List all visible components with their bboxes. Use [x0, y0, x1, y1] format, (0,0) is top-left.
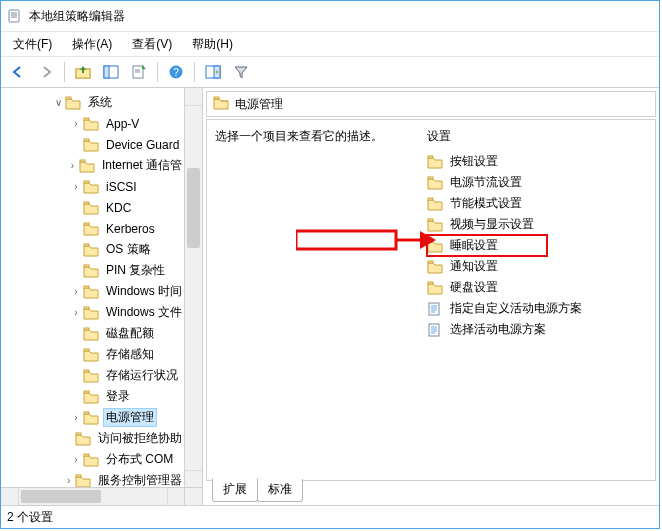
menu-file[interactable]: 文件(F): [5, 34, 60, 55]
tree-item-root[interactable]: ∨系统: [1, 92, 185, 113]
folder-icon: [83, 117, 99, 131]
folder-icon: [83, 390, 99, 404]
svg-rect-41: [428, 261, 433, 263]
tree-item-label: Windows 文件: [103, 303, 185, 322]
tree-item-label: 服务控制管理器: [95, 471, 185, 488]
tree-item-label: 系统: [85, 93, 115, 112]
svg-rect-27: [84, 349, 89, 351]
chevron-right-icon[interactable]: ›: [69, 181, 83, 192]
tree-item[interactable]: ›Windows 文件: [1, 302, 185, 323]
settings-folder-item[interactable]: 睡眠设置: [427, 235, 547, 256]
tree-vertical-scrollbar[interactable]: [184, 88, 202, 488]
tree-item[interactable]: KDC: [1, 197, 185, 218]
tab-standard[interactable]: 标准: [257, 479, 303, 502]
up-button[interactable]: [70, 59, 96, 85]
svg-rect-43: [429, 303, 439, 315]
tree-item-label: 访问被拒绝协助: [95, 429, 185, 448]
policy-icon: [427, 301, 443, 317]
settings-folder-item[interactable]: 电源节流设置: [427, 172, 655, 193]
tree-item[interactable]: OS 策略: [1, 239, 185, 260]
settings-folder-item[interactable]: 通知设置: [427, 256, 655, 277]
toolbar: ?: [1, 57, 659, 88]
tree-item-label: OS 策略: [103, 240, 154, 259]
detail-pane: 电源管理 选择一个项目来查看它的描述。 设置 按钮设置电源节流设置节能模式设置视…: [203, 88, 659, 505]
tree-item[interactable]: ›iSCSI: [1, 176, 185, 197]
tree-item[interactable]: 登录: [1, 386, 185, 407]
options-button[interactable]: [200, 59, 226, 85]
folder-icon: [427, 280, 443, 296]
folder-icon: [427, 259, 443, 275]
properties-button[interactable]: [126, 59, 152, 85]
settings-folder-item[interactable]: 按钮设置: [427, 151, 655, 172]
tree-item-label: 存储运行状况: [103, 366, 181, 385]
folder-icon: [83, 222, 99, 236]
forward-button[interactable]: [33, 59, 59, 85]
folder-icon: [427, 154, 443, 170]
settings-item-label: 选择活动电源方案: [447, 320, 549, 339]
tree-item[interactable]: 存储感知: [1, 344, 185, 365]
tree-item-label: 登录: [103, 387, 133, 406]
svg-rect-40: [428, 240, 433, 242]
detail-header-label: 电源管理: [235, 96, 283, 113]
titlebar: 本地组策略编辑器: [1, 1, 659, 32]
help-button[interactable]: ?: [163, 59, 189, 85]
chevron-right-icon[interactable]: ›: [66, 160, 79, 171]
tree-item[interactable]: 访问被拒绝协助: [1, 428, 185, 449]
tree-item[interactable]: ›Internet 通信管: [1, 155, 185, 176]
settings-folder-item[interactable]: 节能模式设置: [427, 193, 655, 214]
tree-item[interactable]: ›Windows 时间: [1, 281, 185, 302]
tree-item-label: Device Guard: [103, 137, 182, 153]
svg-rect-48: [429, 324, 439, 336]
tree-item[interactable]: ›服务控制管理器: [1, 470, 185, 488]
tree-scroll-area: ∨系统›App-VDevice Guard›Internet 通信管›iSCSI…: [1, 88, 185, 488]
back-button[interactable]: [5, 59, 31, 85]
menu-help[interactable]: 帮助(H): [184, 34, 241, 55]
chevron-right-icon[interactable]: ›: [69, 286, 83, 297]
tree-item[interactable]: PIN 复杂性: [1, 260, 185, 281]
tree-item[interactable]: ›分布式 COM: [1, 449, 185, 470]
chevron-right-icon[interactable]: ›: [69, 118, 83, 129]
tree-item[interactable]: ›电源管理: [1, 407, 185, 428]
tree-item[interactable]: ›App-V: [1, 113, 185, 134]
folder-icon: [83, 138, 99, 152]
chevron-right-icon[interactable]: ›: [69, 307, 83, 318]
settings-folder-item[interactable]: 硬盘设置: [427, 277, 655, 298]
folder-icon: [83, 369, 99, 383]
settings-item-label: 节能模式设置: [447, 194, 525, 213]
chevron-down-icon[interactable]: ∨: [51, 97, 65, 108]
settings-item-label: 指定自定义活动电源方案: [447, 299, 585, 318]
chevron-right-icon[interactable]: ›: [62, 475, 75, 486]
tab-extended[interactable]: 扩展: [212, 478, 258, 502]
policy-icon: [427, 322, 443, 338]
svg-rect-17: [84, 139, 89, 141]
menu-view[interactable]: 查看(V): [124, 34, 180, 55]
tree-item[interactable]: Kerberos: [1, 218, 185, 239]
tree-item[interactable]: Device Guard: [1, 134, 185, 155]
chevron-right-icon[interactable]: ›: [69, 454, 83, 465]
tree-item-label: Windows 时间: [103, 282, 185, 301]
column-header-settings[interactable]: 设置: [413, 124, 655, 151]
settings-folder-item[interactable]: 视频与显示设置: [427, 214, 655, 235]
chevron-right-icon[interactable]: ›: [69, 412, 83, 423]
folder-icon: [83, 264, 99, 278]
folder-icon: [83, 201, 99, 215]
folder-icon: [75, 474, 91, 488]
svg-rect-37: [428, 177, 433, 179]
svg-rect-32: [84, 454, 89, 456]
menu-action[interactable]: 操作(A): [64, 34, 120, 55]
filter-button[interactable]: [228, 59, 254, 85]
folder-icon: [213, 96, 229, 113]
settings-item[interactable]: 选择活动电源方案: [427, 319, 655, 340]
tree-horizontal-scrollbar[interactable]: [1, 487, 185, 505]
tree-item-label: 电源管理: [103, 408, 157, 427]
tree-item-label: 分布式 COM: [103, 450, 176, 469]
svg-rect-35: [214, 97, 219, 99]
settings-item[interactable]: 指定自定义活动电源方案: [427, 298, 655, 319]
show-hide-tree-button[interactable]: [98, 59, 124, 85]
tree-item-label: PIN 复杂性: [103, 261, 168, 280]
tree[interactable]: ∨系统›App-VDevice Guard›Internet 通信管›iSCSI…: [1, 88, 185, 488]
tree-item[interactable]: 磁盘配额: [1, 323, 185, 344]
svg-rect-33: [76, 475, 81, 477]
tree-item-label: KDC: [103, 200, 134, 216]
tree-item[interactable]: 存储运行状况: [1, 365, 185, 386]
